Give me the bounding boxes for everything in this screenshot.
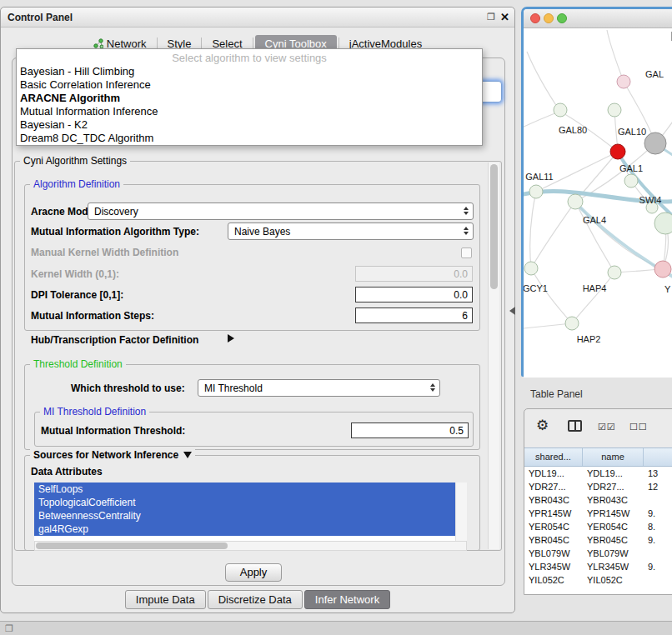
attribute-item-selected[interactable]: TopologicalCoefficient [34,496,456,509]
tab-separator [201,38,202,49]
close-window-icon[interactable]: ✕ [500,11,509,23]
settings-scrollbar-thumb[interactable] [490,164,498,289]
table-row[interactable]: YBL079W YBL079W [524,547,672,560]
table-cell: YPR145W [524,507,583,520]
hub-definition-label[interactable]: Hub/Transcription Factor Definition [31,334,198,346]
combo-stepper-icon [464,207,469,215]
aracne-mode-combo[interactable]: Discovery [88,202,474,220]
dropdown-item[interactable]: Bayesian - Hill Climbing [17,65,482,78]
dropdown-item-selected[interactable]: ARACNE Algorithm [17,92,482,105]
minimized-panel-icon[interactable]: ❐ [5,623,13,634]
tab-infer-network[interactable]: Infer Network [304,590,390,609]
node-label: GAL10 [618,127,646,137]
table-cell: YDL19... [524,467,583,480]
which-threshold-combo[interactable]: MI Threshold [198,379,440,397]
attribute-item-selected[interactable]: gal4RGexp [34,522,456,536]
node-GAL1[interactable] [610,144,625,159]
table-cell: YIL052C [583,573,644,587]
attribute-item-selected[interactable]: SelfLoops [34,482,456,496]
dropdown-item[interactable]: Mutual Information Inference [17,105,482,118]
mi-steps-field[interactable]: 6 [355,308,473,323]
control-panel-titlebar[interactable]: Control Panel ❐ ✕ [1,8,514,28]
node-label: HAP2 [577,334,601,344]
table-cell: YBR043C [583,493,644,507]
manual-kernel-checkbox[interactable] [461,248,472,258]
network-window-titlebar[interactable] [524,9,672,28]
close-traffic-light[interactable] [530,13,540,23]
mi-type-combo[interactable]: Naive Bayes [228,222,474,240]
node-unlabeled[interactable] [654,212,672,234]
table-row[interactable]: YPR145W YPR145W 9. [524,507,672,520]
table-row[interactable]: YDL19... YDL19... 13 [524,467,672,480]
gear-icon[interactable]: ⚙ [536,417,549,434]
node-GAL10[interactable] [644,132,666,154]
table-cell: YPR145W [583,507,644,520]
network-view-window: GAL GAL80 GAL10 GAL1 GAL11 SWI4 GAL4 GCY… [521,7,672,377]
mi-threshold-group-title: MI Threshold Definition [40,406,149,418]
attributes-horizontal-scrollbar[interactable] [34,541,467,551]
dropdown-item[interactable]: Bayesian - K2 [17,118,482,132]
manual-kernel-label: Manual Kernel Width Definition [31,247,178,258]
select-all-checkboxes-icon[interactable]: ☑☑ [598,422,616,432]
control-panel-window: Control Panel ❐ ✕ Network Style Select C… [0,7,515,613]
node-label: GAL1 [619,163,643,173]
dropdown-item[interactable]: Basic Correlation Inference [17,78,482,92]
node-HAP4[interactable] [608,266,621,279]
table-cell: YDR27... [583,480,644,493]
node-unlabeled[interactable] [608,103,621,117]
sources-group-header[interactable]: Sources for Network Inference [30,449,195,461]
table-cell: YBR043C [524,493,583,507]
table-row[interactable]: YLR345W YLR345W 9. [524,560,672,573]
table-cell: YLR345W [524,560,583,573]
column-header-partial[interactable] [644,448,672,466]
table-cell: YIL052C [524,573,583,587]
attribute-item-selected[interactable]: BetweennessCentrality [34,509,456,522]
node-HAP2[interactable] [565,317,579,330]
deselect-all-checkboxes-icon[interactable]: ☐☐ [629,422,648,432]
node-unlabeled[interactable] [654,261,671,278]
mi-type-label: Mutual Information Algorithm Type: [31,226,199,238]
table-row[interactable]: YER054C YER054C 8. [524,520,672,533]
column-header-shared-name[interactable]: shared... [524,448,583,466]
attributes-list-scrollbar[interactable] [455,482,467,541]
table-cell: 8. [644,520,672,533]
collapse-down-arrow-icon[interactable] [183,452,192,458]
dpi-tolerance-field[interactable]: 0.0 [355,287,473,302]
zoom-traffic-light[interactable] [557,13,567,23]
settings-scrollbar[interactable] [488,162,499,549]
apply-button[interactable]: Apply [225,563,282,582]
panel-splitter-collapse-icon[interactable] [509,307,515,315]
table-body: YDL19... YDL19... 13 YDR27... YDR27... 1… [524,467,672,595]
expand-right-arrow-icon[interactable] [228,334,234,342]
tab-impute-data[interactable]: Impute Data [125,590,206,609]
attributes-hscrollbar-thumb[interactable] [36,542,228,549]
algorithm-dropdown-popup: Select algorithm to view settings Bayesi… [16,48,483,146]
table-row[interactable]: YIL052C YIL052C [524,573,672,587]
mi-threshold-field[interactable]: 0.5 [351,422,469,438]
node-label: GAL80 [559,125,587,135]
table-row[interactable]: YDR27... YDR27... 12 [524,480,672,493]
table-row[interactable]: YBR043C YBR043C [524,493,672,507]
dropdown-item[interactable]: Dream8 DC_TDC Algorithm [17,132,482,145]
table-cell: 9. [644,507,672,520]
float-window-icon[interactable]: ❐ [487,12,495,22]
node-GCY1[interactable] [524,262,538,275]
table-row[interactable]: YBR045C YBR045C 9. [524,533,672,547]
table-cell: 9. [644,560,672,573]
table-cell: 9. [644,533,672,547]
node-GAL11[interactable] [529,185,543,198]
table-cell: YDR27... [524,480,583,493]
node-GAL80[interactable] [554,103,567,117]
dropdown-placeholder: Select algorithm to view settings [17,52,482,65]
node-unlabeled[interactable] [617,75,630,88]
node-GAL4[interactable] [568,194,583,209]
tab-discretize-data[interactable]: Discretize Data [208,590,303,609]
network-graph[interactable]: GAL GAL80 GAL10 GAL1 GAL11 SWI4 GAL4 GCY… [524,28,672,378]
minimize-traffic-light[interactable] [544,13,554,23]
data-attributes-list[interactable]: SelfLoops TopologicalCoefficient Between… [34,482,467,541]
column-header-name[interactable]: name [583,448,644,466]
table-cell [644,547,672,560]
table-cell: YLR345W [583,560,644,573]
node-unlabeled[interactable] [624,174,638,188]
columns-icon[interactable] [568,420,582,432]
